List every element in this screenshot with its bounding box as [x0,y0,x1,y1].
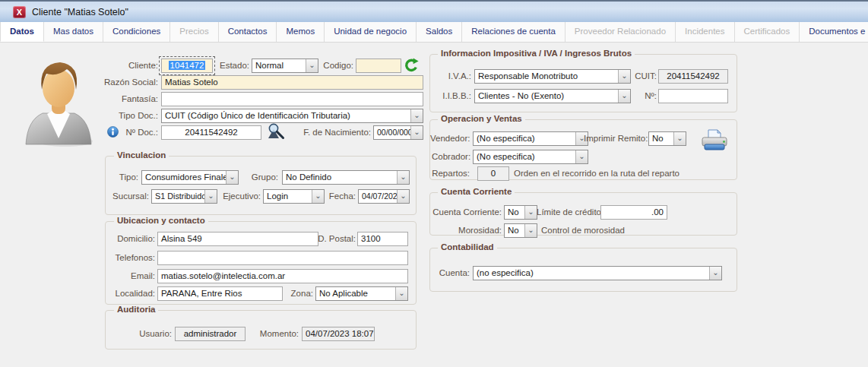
telefonos-label: Telefonos: [105,253,155,262]
tab-mas-datos[interactable]: Mas datos [44,22,103,42]
chevron-down-icon: ⌄ [618,90,630,103]
tab-content-datos: Cliente: 1041472 Estado: Normal⌄ Codigo:… [0,43,868,367]
chevron-down-icon: ⌄ [395,287,407,300]
chevron-down-icon: ⌄ [575,150,588,163]
imprimir-remito-select[interactable]: No⌄ [648,131,686,146]
printer-icon[interactable] [701,128,728,151]
iibb-nro-input[interactable] [658,89,728,103]
tab-documentos-e-imagenes[interactable]: Documentos e Imagenes [800,22,868,42]
chevron-down-icon: ⌄ [709,267,721,280]
nro-doc-input[interactable]: 20411542492 [161,125,261,140]
email-input[interactable]: matias.sotelo@intelectia.com.ar [157,269,408,283]
group-impositiva-title: Informacion Impositiva / IVA / Ingresos … [438,49,635,58]
repartos-label: Repartos: [430,169,470,178]
estado-select[interactable]: Normal⌄ [252,59,318,73]
f-nacimiento-label: F. de Nacimiento: [301,128,371,137]
search-person-icon[interactable] [267,122,286,140]
chevron-down-icon: ⌄ [618,70,630,83]
chevron-down-icon: ⌄ [306,59,318,72]
fecha-select[interactable]: 04/07/2023⌄ [358,189,410,204]
chevron-down-icon: ⌄ [673,132,686,145]
repartos-hint: Orden en el recorrido en la ruta del rep… [514,169,680,178]
morosidad-select[interactable]: No⌄ [504,223,537,238]
client-window: X Cliente "Matias Sotelo" DatosMas datos… [0,0,868,367]
client-avatar[interactable] [20,55,97,149]
tab-certificados: Certificados [735,22,800,42]
sucursal-select[interactable]: S1 Distribuidor⌄ [151,189,217,204]
iva-label: I.V.A.: [436,71,471,81]
d-postal-input[interactable]: 3100 [357,232,408,246]
limite-credito-label: Límite de crédito: [537,207,596,217]
group-operacion-title: Operacion y Ventas [438,114,525,123]
tab-saldos[interactable]: Saldos [417,22,462,42]
cuenta-corriente-select[interactable]: No⌄ [504,205,537,220]
estado-label: Estado: [217,61,249,70]
ejecutivo-select[interactable]: Login⌄ [263,189,325,204]
zona-select[interactable]: No Aplicable⌄ [315,286,408,301]
iibb-nro-label: Nº: [640,91,657,100]
tab-unidad-de-negocio[interactable]: Unidad de negocio [325,22,417,42]
momento-label: Momento: [258,329,299,338]
tipo-label: Tipo: [112,172,138,182]
tab-strip: DatosMas datosCondicionesPreciosContacto… [0,22,868,43]
tab-datos[interactable]: Datos [0,22,44,42]
localidad-label: Localidad: [109,289,155,298]
cuenta-select[interactable]: (no especifica)⌄ [473,266,722,280]
grupo-label: Grupo: [248,172,278,182]
localidad-input[interactable]: PARANA, Entre Rios [157,286,283,301]
cobrador-label: Cobrador: [432,152,470,161]
chevron-down-icon: ⌄ [410,109,423,122]
vendedor-label: Vendedor: [430,134,470,143]
razon-social-input[interactable]: Matias Sotelo [161,75,423,90]
codigo-label: Codigo: [320,61,353,70]
tab-proveedor-relacionado: Proveedor Relacionado [565,22,676,42]
codigo-input[interactable] [356,59,401,73]
grupo-select[interactable]: No Definido⌄ [282,170,410,185]
nro-doc-label: Nº Doc.: [120,128,158,137]
momento-value: 04/07/2023 18:07 [302,327,375,341]
imprimir-remito-label: Imprimir Remito: [584,134,646,143]
chevron-down-icon: ⌄ [204,190,217,203]
group-contabilidad-title: Contabilidad [438,242,497,252]
telefonos-input[interactable] [157,251,408,265]
cuit-value: 20411542492 [658,69,728,84]
sucursal-label: Sucursal: [111,191,149,201]
chevron-down-icon: ⌄ [312,190,324,203]
tab-condiciones[interactable]: Condiciones [103,22,170,42]
group-ubicacion-title: Ubicacion y contacto [114,216,208,225]
chevron-down-icon: ⌄ [226,171,238,184]
fantasia-label: Fantasía: [105,94,158,103]
limite-credito-input[interactable]: .00 [600,205,667,220]
f-nacimiento-select[interactable]: 00/00/0000⌄ [373,125,423,140]
group-vinculacion-title: Vinculacion [114,150,169,160]
chevron-down-icon: ⌄ [524,224,537,237]
chevron-down-icon: ⌄ [397,171,409,184]
vendedor-select[interactable]: (No especifica)⌄ [473,131,588,146]
window-titlebar: X Cliente "Matias Sotelo" [0,0,868,22]
d-postal-label: D. Postal: [318,234,356,243]
iibb-label: I.I.B.B.: [433,91,471,100]
domicilio-input[interactable]: Alsina 549 [157,232,318,246]
app-icon: X [13,6,26,18]
cliente-input[interactable]: 1041472 [161,59,213,73]
tipo-select[interactable]: Consumidores Finales⌄ [141,170,239,185]
iva-select[interactable]: Responsable Monotributo⌄ [474,69,631,84]
tipo-doc-select[interactable]: CUIT (Código Único de Identificación Tri… [161,109,423,123]
morosidad-label: Morosidad: [453,226,502,235]
refresh-icon[interactable] [404,58,419,73]
tab-contactos[interactable]: Contactos [219,22,277,42]
cuenta-label: Cuenta: [438,268,470,277]
usuario-label: Usuario: [129,329,172,338]
ejecutivo-label: Ejecutivo: [220,191,261,201]
tipo-doc-label: Tipo Doc.: [105,111,158,120]
tab-memos[interactable]: Memos [277,22,325,42]
cuenta-corriente-label: Cuenta Corriente: [432,207,502,217]
iibb-select[interactable]: Clientes - No (Exento)⌄ [474,89,631,103]
repartos-value: 0 [477,166,509,181]
group-cuenta-corriente-title: Cuenta Corriente [438,187,515,196]
morosidad-hint: Control de morosidad [541,226,625,235]
fantasia-input[interactable] [161,92,423,106]
tab-relaciones-de-cuenta[interactable]: Relaciones de cuenta [462,22,565,42]
cobrador-select[interactable]: (No especifica)⌄ [473,150,588,164]
tab-precios: Precios [170,22,218,42]
